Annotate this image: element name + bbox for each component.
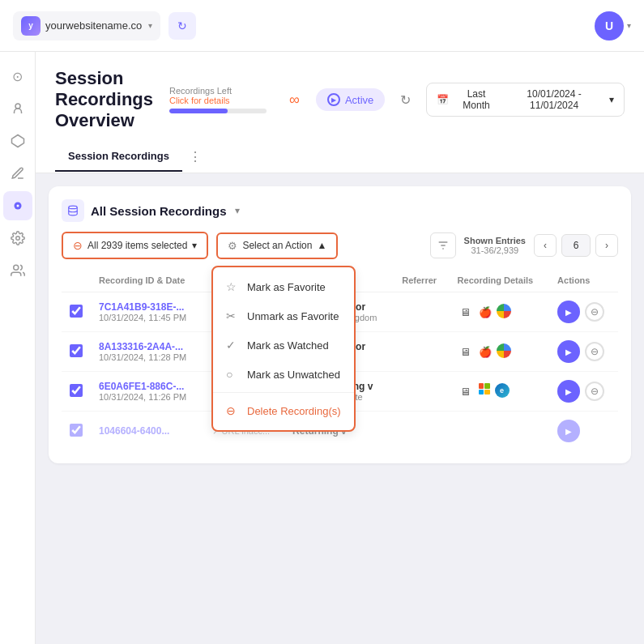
referrer-cell (394, 412, 449, 451)
select-all-button[interactable]: ⊖ All 2939 items selected ▾ (62, 232, 208, 259)
play-recording-button[interactable]: ▶ (557, 301, 580, 323)
recordings-left-box: Recordings Left Click for details (169, 86, 267, 113)
referrer-cell (394, 332, 449, 372)
mark-watched-label: Mark as Watched (247, 339, 329, 352)
action-chevron-icon: ▲ (317, 240, 326, 251)
desktop-icon: 🖥 (458, 304, 474, 320)
active-status-button[interactable]: ▶ Active (316, 88, 385, 111)
site-name: yourwebsitename.co (45, 19, 142, 32)
delete-recordings-option[interactable]: ⊖ Delete Recording(s) (213, 396, 354, 425)
date-range-value: 10/01/2024 - 11/01/2024 (504, 88, 604, 111)
delete-recording-button[interactable]: ⊖ (585, 382, 604, 401)
recording-id: 7C1A41B9-318E-... (99, 301, 196, 313)
delete-recording-button[interactable]: ⊖ (585, 302, 604, 322)
col-referrer: Referrer (394, 269, 449, 292)
action-label: Select an Action (242, 240, 312, 251)
svg-point-0 (15, 104, 20, 109)
actions-cell: ▶ ⊖ (557, 301, 610, 323)
circle-icon: ○ (226, 368, 239, 381)
desktop-icon: 🖥 (458, 383, 474, 399)
main-content: Session Recordings Overview Recordings L… (36, 52, 644, 644)
recordings-bar (169, 109, 267, 113)
tab-session-recordings[interactable]: Session Recordings (55, 142, 182, 172)
sidebar-item-funnels[interactable] (3, 126, 32, 156)
row-checkbox[interactable] (70, 305, 83, 318)
tab-more-button[interactable]: ⋮ (182, 141, 208, 173)
delete-label: Delete Recording(s) (247, 405, 341, 417)
delete-circle-icon: ⊖ (226, 404, 239, 417)
device-icons: 🖥 e (458, 383, 542, 399)
row-checkbox[interactable] (70, 384, 83, 397)
apple-icon: 🍎 (477, 304, 493, 320)
play-recording-button[interactable]: ▶ (557, 380, 580, 403)
action-dropdown-menu: ☆ Mark as Favorite ✂ Unmark as Favorite … (211, 266, 356, 432)
pagination-controls: ‹ › (534, 234, 618, 257)
recording-date: 10/31/2024, 11:28 PM (99, 352, 196, 362)
recordings-left-link[interactable]: Click for details (169, 96, 230, 105)
date-range-label: Last Month (454, 88, 499, 111)
sidebar-item-recordings[interactable] (3, 191, 32, 220)
date-chevron-icon: ▾ (609, 94, 614, 105)
refresh-data-button[interactable]: ↻ (393, 87, 418, 113)
prev-page-button[interactable]: ‹ (534, 234, 557, 257)
database-icon (62, 199, 84, 222)
page-title: Session Recordings Overview (55, 68, 153, 131)
device-icons: 🖥 🍎 (458, 304, 542, 320)
minus-circle-icon: ⊖ (73, 239, 83, 252)
chrome-icon (497, 343, 511, 358)
site-logo: y (21, 16, 41, 36)
edge-icon: e (495, 383, 510, 398)
col-checkbox (62, 269, 91, 292)
date-range-button[interactable]: 📅 Last Month 10/01/2024 - 11/01/2024 ▾ (426, 83, 625, 117)
unmark-favorite-option[interactable]: ✂ Unmark as Favorite (213, 301, 354, 331)
page-header: Session Recordings Overview Recordings L… (36, 52, 644, 173)
delete-recording-button[interactable]: ⊖ (585, 342, 604, 361)
page-number-input[interactable] (561, 234, 591, 257)
next-page-button[interactable]: › (595, 234, 618, 257)
recording-id: 8A133316-2A4A-... (99, 341, 196, 352)
top-navigation: y yourwebsitename.co ▾ ↻ U ▾ (0, 0, 644, 52)
row-checkbox[interactable] (70, 424, 83, 437)
mark-watched-option[interactable]: ✓ Mark as Watched (213, 331, 354, 360)
play-recording-button[interactable]: ▶ (557, 420, 580, 442)
mark-unwatched-option[interactable]: ○ Mark as Unwatched (213, 360, 354, 389)
svg-point-6 (13, 265, 18, 270)
chevron-down-icon: ▾ (148, 21, 152, 30)
recording-id: 6E0A6FE1-886C-... (99, 381, 196, 392)
sidebar-item-analytics[interactable] (3, 94, 32, 123)
unmark-favorite-label: Unmark as Favorite (247, 310, 339, 322)
check-circle-icon: ✓ (226, 339, 239, 352)
windows-icon (479, 383, 490, 395)
shown-entries-label: Shown Entries (464, 236, 526, 245)
action-dropdown-button[interactable]: ⚙ Select an Action ▲ (216, 232, 338, 259)
sidebar-item-settings[interactable] (3, 224, 32, 253)
col-recording-id: Recording ID & Date (91, 269, 204, 292)
chrome-icon (497, 304, 511, 318)
device-icons: 🖥 🍎 (458, 343, 542, 360)
mark-favorite-option[interactable]: ☆ Mark as Favorite (213, 272, 354, 301)
desktop-icon: 🖥 (458, 343, 474, 360)
site-selector[interactable]: y yourwebsitename.co ▾ (13, 11, 160, 41)
header-actions: ▶ Active ↻ 📅 Last Month 10/01/2024 - 11/… (316, 83, 625, 117)
referrer-cell (394, 372, 449, 412)
actions-cell: ▶ (557, 420, 610, 442)
svg-point-7 (69, 206, 78, 208)
sidebar-item-heatmaps2[interactable] (3, 159, 32, 188)
play-icon: ▶ (327, 93, 340, 106)
mark-unwatched-label: Mark as Unwatched (247, 369, 340, 381)
actions-cell: ▶ ⊖ (557, 340, 610, 363)
play-recording-button[interactable]: ▶ (557, 340, 580, 363)
avatar[interactable]: U (595, 11, 624, 41)
scissors-icon: ✂ (226, 309, 239, 322)
card-title: All Session Recordings (91, 204, 227, 218)
card-header: All Session Recordings ▾ (62, 199, 618, 222)
sidebar-item-users[interactable] (3, 256, 32, 285)
recordings-left-label: Recordings Left (169, 86, 232, 96)
sidebar-item-home[interactable]: ⊙ (3, 62, 32, 91)
filter-button[interactable] (430, 232, 456, 258)
row-checkbox[interactable] (70, 344, 83, 357)
svg-marker-1 (11, 135, 23, 147)
actions-cell: ▶ ⊖ (557, 380, 610, 403)
recording-id: 1046604-6400... (99, 425, 196, 437)
page-refresh-button[interactable]: ↻ (168, 12, 196, 40)
